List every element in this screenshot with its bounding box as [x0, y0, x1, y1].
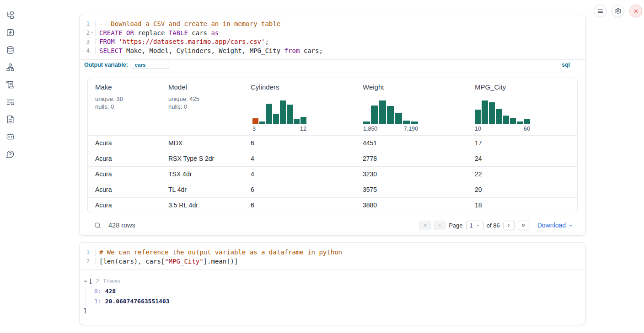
code-line: 3 FROM 'https://datasets.marimo.app/cars…	[80, 37, 585, 46]
cell-model: RSX Type S 2dr	[161, 155, 243, 162]
code-line: 1 # We can reference the output variable…	[80, 248, 585, 257]
histogram-bar	[475, 110, 481, 124]
column-header-cylinders[interactable]: Cylinders 3 12	[243, 78, 355, 135]
code-token	[123, 29, 126, 37]
left-sidebar	[0, 0, 20, 333]
sidebar-file-explorer-button[interactable]	[5, 11, 15, 20]
page-select[interactable]: 1	[466, 221, 483, 230]
cell-make: Acura	[88, 170, 161, 178]
search-icon	[94, 222, 102, 229]
sidebar-dependency-graph-button[interactable]	[5, 63, 15, 72]
histogram-max-label: 12	[300, 126, 306, 132]
settings-button[interactable]	[612, 5, 624, 17]
cell-cylinders: 4	[243, 170, 355, 178]
code-token: "MPG_City"	[165, 258, 203, 265]
histogram-bar	[379, 100, 386, 124]
output-variable-row: Output variable: sql	[80, 59, 585, 70]
network-icon	[6, 63, 15, 72]
sidebar-functions-button[interactable]	[5, 28, 15, 37]
chevron-down-icon	[83, 279, 88, 284]
histogram-bar	[371, 106, 378, 124]
table-row[interactable]: Acura 3.5 RL 4dr 6 3880 18	[88, 197, 577, 213]
help-chat-icon	[6, 150, 15, 159]
column-stat-nulls: nulls: 0	[95, 103, 157, 111]
histogram-bar	[482, 100, 488, 124]
table-row[interactable]: Acura MDX 6 4451 17	[88, 135, 577, 151]
histogram-bar	[387, 106, 394, 124]
sidebar-logs-button[interactable]	[5, 97, 15, 106]
cell-cylinders: 6	[243, 186, 355, 193]
histogram-bar	[395, 113, 402, 124]
code-token: CREATE	[99, 29, 123, 37]
cell-weight: 3230	[355, 170, 467, 178]
column-header-model[interactable]: Model unique: 425 nulls: 0	[161, 78, 243, 135]
sidebar-help-button[interactable]	[5, 149, 15, 159]
histogram-bar	[411, 122, 418, 124]
line-number: 2	[80, 258, 90, 264]
next-page-button[interactable]: ›	[503, 221, 515, 230]
cell-weight: 3880	[355, 201, 467, 209]
cell-weight: 4451	[355, 139, 467, 147]
cell-model: TSX 4dr	[161, 170, 243, 178]
line-number: 1	[80, 248, 90, 255]
open-bracket: [	[89, 278, 92, 285]
code-token: cars	[188, 29, 211, 37]
sidebar-scratchpad-button[interactable]	[5, 80, 15, 89]
histogram-bar	[273, 114, 279, 124]
shutdown-button[interactable]	[629, 5, 642, 17]
column-title: Weight	[363, 83, 464, 91]
close-bracket: ]	[83, 307, 87, 314]
last-page-button[interactable]: »	[518, 221, 529, 230]
cell-make: Acura	[88, 155, 161, 162]
histogram-bar	[503, 116, 509, 124]
line-number: 4	[80, 47, 90, 54]
column-header-make[interactable]: Make unique: 38 nulls: 0	[88, 78, 161, 135]
histogram-bar	[301, 117, 306, 124]
code-line: 1 -- Download a CSV and create an in-mem…	[80, 19, 585, 28]
output-variable-input[interactable]	[132, 61, 169, 69]
python-editor[interactable]: 1 # We can reference the output variable…	[80, 243, 585, 270]
cell-cylinders: 4	[243, 155, 355, 162]
table-row[interactable]: Acura TSX 4dr 4 3230 22	[88, 166, 577, 182]
menu-button[interactable]	[594, 5, 606, 17]
cell-mpg-city: 24	[467, 155, 577, 162]
sql-editor[interactable]: 1 -- Download a CSV and create an in-mem…	[80, 14, 585, 59]
language-badge: sql	[562, 62, 570, 68]
code-line: 4 SELECT Make, Model, Cylinders, Weight,…	[80, 46, 585, 55]
download-button[interactable]: Download	[537, 222, 573, 229]
code-snippet-icon	[6, 132, 15, 141]
prev-page-button[interactable]: ‹	[434, 221, 445, 230]
first-page-button[interactable]: «	[419, 221, 431, 230]
cell-mpg-city: 22	[467, 170, 577, 178]
file-text-icon	[6, 115, 15, 124]
cell-weight: 2778	[355, 155, 467, 162]
histogram-bar	[510, 118, 516, 124]
page-label: Page	[449, 222, 462, 229]
items-count-label: 2 Items	[96, 278, 121, 285]
sidebar-snippets-button[interactable]	[5, 132, 15, 141]
output-variable-label: Output variable:	[84, 62, 128, 68]
sidebar-documentation-button[interactable]	[5, 115, 15, 124]
histogram-min-label: 1,850	[363, 126, 377, 132]
list-item: 0: 428	[94, 286, 577, 296]
code-line: 2 CREATE OR replace TABLE cars as	[80, 28, 585, 37]
search-button[interactable]	[94, 222, 102, 229]
collapse-toggle[interactable]	[83, 279, 88, 284]
python-output: [ 2 Items 0: 428 1: 20.060747663551403 ]	[80, 270, 585, 321]
column-header-weight[interactable]: Weight 1,850 7,190	[355, 78, 467, 135]
histogram-max-label: 7,190	[404, 126, 418, 132]
histogram-bar	[294, 119, 300, 124]
table-row[interactable]: Acura TL 4dr 6 3575 20	[88, 182, 577, 197]
histogram-bar	[363, 122, 370, 124]
fold-chevron-icon[interactable]	[90, 31, 94, 35]
table-row[interactable]: Acura RSX Type S 2dr 4 2778 24	[88, 151, 577, 166]
sidebar-data-sources-button[interactable]	[5, 45, 15, 54]
histogram-bar	[524, 119, 530, 124]
histogram-bar	[287, 105, 293, 124]
result-table: Make unique: 38 nulls: 0 Model unique: 4…	[87, 78, 578, 213]
mpg-city-histogram: 10 60	[475, 100, 530, 132]
code-token: 'https://datasets.marimo.app/cars.csv'	[118, 38, 265, 45]
chevron-down-icon	[476, 223, 480, 227]
column-header-mpg-city[interactable]: MPG_City 10 60	[467, 78, 577, 135]
line-number: 1	[80, 20, 90, 27]
